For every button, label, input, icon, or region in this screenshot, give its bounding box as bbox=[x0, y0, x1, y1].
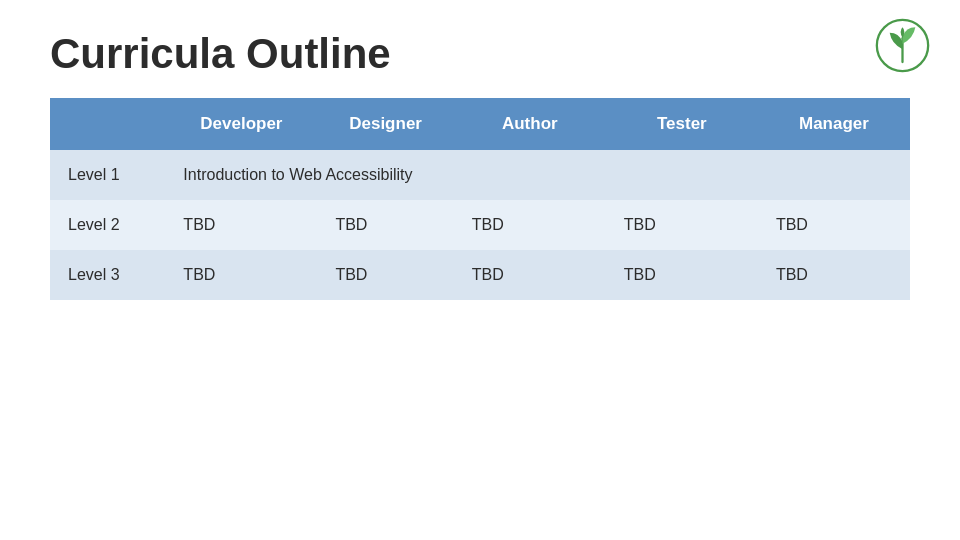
level2-col1: TBD bbox=[165, 200, 317, 250]
level2-label: Level 2 bbox=[50, 200, 165, 250]
header-col-manager: Manager bbox=[758, 98, 910, 150]
level2-col2: TBD bbox=[317, 200, 453, 250]
table-row: Level 3 TBD TBD TBD TBD TBD bbox=[50, 250, 910, 300]
header-col-tester: Tester bbox=[606, 98, 758, 150]
header-col-designer: Designer bbox=[317, 98, 453, 150]
level2-col3: TBD bbox=[454, 200, 606, 250]
level3-col3: TBD bbox=[454, 250, 606, 300]
table-row: Level 1 Introduction to Web Accessibilit… bbox=[50, 150, 910, 200]
level3-col4: TBD bbox=[606, 250, 758, 300]
table-header-row: Developer Designer Author Tester Manager bbox=[50, 98, 910, 150]
header-col-label bbox=[50, 98, 165, 150]
level1-label: Level 1 bbox=[50, 150, 165, 200]
table-wrapper: Developer Designer Author Tester Manager… bbox=[0, 98, 960, 300]
table-row: Level 2 TBD TBD TBD TBD TBD bbox=[50, 200, 910, 250]
page-title: Curricula Outline bbox=[0, 0, 960, 98]
level3-label: Level 3 bbox=[50, 250, 165, 300]
level2-col5: TBD bbox=[758, 200, 910, 250]
sprout-logo bbox=[875, 18, 930, 73]
level3-col1: TBD bbox=[165, 250, 317, 300]
level2-col4: TBD bbox=[606, 200, 758, 250]
curricula-table: Developer Designer Author Tester Manager… bbox=[50, 98, 910, 300]
header-col-developer: Developer bbox=[165, 98, 317, 150]
level3-col2: TBD bbox=[317, 250, 453, 300]
level3-col5: TBD bbox=[758, 250, 910, 300]
level1-content: Introduction to Web Accessibility bbox=[165, 150, 910, 200]
header-col-author: Author bbox=[454, 98, 606, 150]
